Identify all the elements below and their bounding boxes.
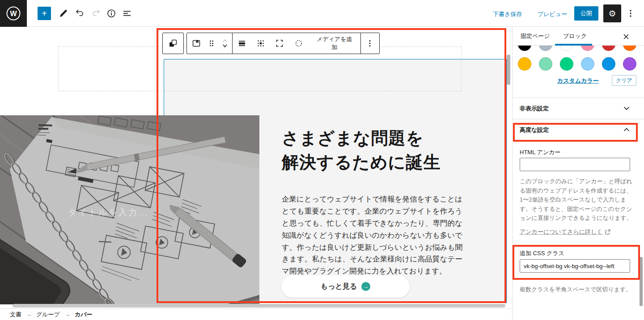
palette-row-1 [518, 46, 636, 51]
chevron-up-icon [623, 128, 630, 132]
undo-icon[interactable] [75, 8, 85, 19]
add-block-icon: + [42, 8, 47, 18]
full-height-icon [274, 38, 285, 49]
canvas-vertical-scrollbar[interactable] [507, 55, 510, 85]
cover-block-icon [191, 38, 202, 49]
list-view-icon[interactable] [122, 8, 132, 19]
close-sidebar-icon[interactable] [622, 32, 631, 41]
additional-css-class-input[interactable] [520, 259, 630, 273]
color-swatch[interactable] [602, 57, 615, 71]
color-swatch[interactable] [581, 57, 594, 71]
post-title-placeholder[interactable]: タイトルを入力... [68, 206, 148, 219]
drag-handle-icon [206, 38, 217, 49]
more-button-label: もっと見る [321, 282, 357, 291]
tab-page[interactable]: 固定ページ [521, 32, 550, 40]
cover-block-type-button[interactable] [187, 33, 206, 54]
horizontal-scrollbar[interactable] [13, 304, 505, 307]
editor-top-bar: W + 下書き保存 プレビュー 公開 ⚙ [0, 0, 644, 27]
html-anchor-label: HTML アンカー [520, 148, 560, 156]
arrow-right-circle-icon: → [361, 282, 370, 291]
content-position-button[interactable] [251, 33, 270, 54]
sidebar-scrollbar[interactable] [640, 257, 643, 306]
duotone-filter-button[interactable] [289, 33, 308, 54]
duotone-icon [293, 38, 304, 49]
cover-block-toolbar: メディアを追加 [186, 33, 380, 54]
select-parent-icon [168, 38, 178, 49]
html-anchor-input[interactable] [520, 158, 630, 171]
anchor-learn-more-label: アンカーについてさらに詳しく [520, 228, 603, 236]
breadcrumb-arrow-icon: → [64, 311, 70, 318]
clear-color-button[interactable]: クリア [612, 75, 636, 86]
anchor-learn-more-link[interactable]: アンカーについてさらに詳しく [520, 228, 610, 236]
add-block-button[interactable]: + [38, 7, 51, 20]
drag-handle[interactable] [206, 33, 218, 54]
editor-canvas: タイトルを入力... さまざまな問題を 解決するために誕生 企業にとってウェブサ… [0, 27, 512, 308]
custom-color-link[interactable]: カスタムカラー [557, 77, 599, 85]
wordpress-icon: W [6, 6, 21, 21]
cover-heading-line2: 解決するために誕生 [282, 151, 470, 175]
move-down-icon[interactable] [220, 43, 230, 49]
color-swatch[interactable] [518, 57, 531, 71]
breadcrumb-cover[interactable]: カバー [75, 311, 93, 319]
redo-icon[interactable] [90, 8, 101, 19]
settings-gear-button[interactable]: ⚙ [603, 4, 621, 22]
more-button[interactable]: もっと見る → [281, 275, 410, 298]
full-height-button[interactable] [270, 33, 289, 54]
panel-hidden-settings[interactable]: 非表示設定 [513, 97, 644, 119]
edit-mode-pencil-icon[interactable] [58, 8, 69, 19]
tab-block[interactable]: ブロック [563, 32, 587, 40]
svg-text:W: W [10, 10, 17, 17]
content-position-icon [255, 38, 266, 49]
color-swatch[interactable] [539, 46, 552, 51]
save-draft-button[interactable]: 下書き保存 [493, 10, 522, 18]
sidebar-tabs: 固定ページ ブロック [513, 27, 644, 46]
breadcrumb-document[interactable]: 文書 [10, 311, 21, 319]
breadcrumb-arrow-icon: → [26, 311, 32, 318]
breadcrumb-group[interactable]: グループ [36, 311, 60, 319]
block-options-button[interactable] [361, 33, 379, 54]
details-info-icon[interactable] [106, 8, 117, 19]
color-swatch[interactable] [602, 46, 615, 51]
block-options-kebab-icon [364, 38, 375, 49]
color-swatch[interactable] [623, 46, 636, 51]
options-kebab-icon[interactable] [625, 8, 636, 19]
preview-button[interactable]: プレビュー [538, 10, 567, 18]
html-anchor-help: このブロックのみに「アンカー」と呼ばれる固有のウェブアドレスを作成するには、1〜… [520, 177, 633, 223]
publish-button[interactable]: 公開 [574, 6, 598, 21]
add-media-button[interactable]: メディアを追加 [308, 33, 360, 54]
align-icon [237, 38, 247, 49]
settings-sidebar: 固定ページ ブロック [512, 27, 644, 320]
css-class-help: 複数クラスを半角スペースで区切ります。 [520, 285, 633, 295]
palette-row-2 [518, 57, 636, 71]
color-swatch[interactable] [560, 57, 573, 71]
color-swatch[interactable] [581, 46, 594, 51]
gear-icon: ⚙ [608, 8, 616, 19]
wordpress-logo-button[interactable]: W [0, 0, 27, 27]
color-swatch[interactable] [560, 46, 573, 51]
additional-css-class-label: 追加 CSS クラス [520, 249, 564, 257]
wordpress-editor: W + 下書き保存 プレビュー 公開 ⚙ [0, 0, 644, 320]
color-swatch[interactable] [623, 57, 636, 71]
move-up-icon[interactable] [220, 38, 230, 43]
panel-hidden-settings-label: 非表示設定 [520, 105, 549, 113]
external-link-icon [605, 229, 610, 235]
select-parent-block-button[interactable] [163, 33, 183, 54]
select-parent-toolbar [162, 33, 184, 54]
color-palette [513, 46, 644, 80]
chevron-down-icon [623, 106, 630, 110]
cover-heading[interactable]: さまざまな問題を 解決するために誕生 [282, 126, 470, 175]
block-movers [218, 33, 233, 54]
panel-advanced-settings-label: 高度な設定 [520, 126, 549, 134]
color-swatch[interactable] [539, 57, 552, 71]
panel-advanced-settings[interactable]: 高度な設定 [513, 119, 644, 140]
align-button[interactable] [233, 33, 251, 54]
block-breadcrumb-bar: 文書 → グループ → カバー [0, 308, 512, 320]
color-swatch[interactable] [518, 46, 531, 51]
cover-paragraph[interactable]: 企業にとってウェブサイトで情報を発信をすることはとても重要なことです。企業のウェ… [282, 193, 462, 277]
cover-heading-line1: さまざまな問題を [282, 126, 470, 151]
